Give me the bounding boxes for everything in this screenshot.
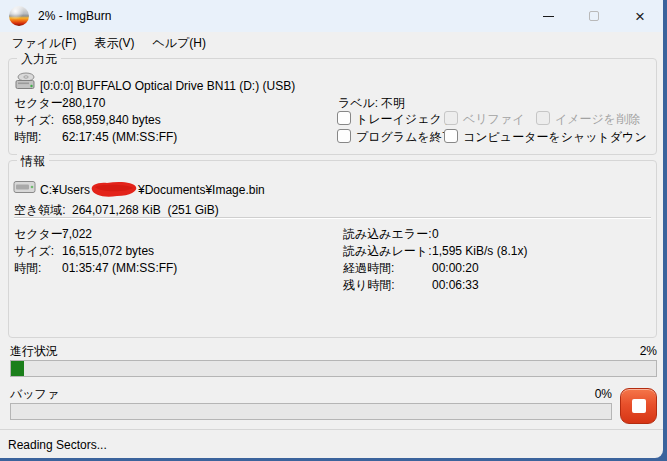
checkbox-shutdown-computer-label: コンピューターをシャットダウン xyxy=(463,130,647,144)
image-file-path: C:¥Users¥Documents¥Image.bin xyxy=(40,181,265,198)
progress-label: 進行状況 xyxy=(10,344,58,358)
info-time-label: 時間: xyxy=(14,261,41,275)
buffer-label: バッファ xyxy=(10,387,59,401)
elapsed-time-label: 経過時間: xyxy=(343,261,394,275)
source-sectors-value: 280,170 xyxy=(62,96,105,110)
path-suffix: ¥Documents¥Image.bin xyxy=(138,183,265,197)
checkbox-verify xyxy=(444,111,458,125)
elapsed-time-value: 00:00:20 xyxy=(432,261,479,275)
close-button[interactable]: × xyxy=(617,0,663,32)
status-text: Reading Sectors... xyxy=(8,438,107,452)
read-errors-value: 0 xyxy=(432,227,439,241)
imgburn-disc-flame-icon xyxy=(9,6,29,26)
checkbox-exit-program-label: プログラムを終了 xyxy=(356,130,454,144)
disc-label-value: 不明 xyxy=(381,96,405,110)
source-sectors-label: セクター: xyxy=(14,96,66,110)
stop-icon xyxy=(632,399,646,413)
buffer-percent: 0% xyxy=(595,387,612,401)
checkbox-shutdown-computer[interactable] xyxy=(444,129,458,143)
checkbox-delete-image xyxy=(536,111,550,125)
stop-button[interactable] xyxy=(620,388,657,424)
remaining-time-value: 00:06:33 xyxy=(432,278,479,292)
source-time-label: 時間: xyxy=(14,130,41,144)
source-size-label: サイズ: xyxy=(14,113,54,127)
window-title: 2% - ImgBurn xyxy=(38,9,111,23)
info-group-label: 情報 xyxy=(17,153,49,170)
progress-fill xyxy=(11,361,24,376)
checkbox-verify-label: ベリファイ xyxy=(463,112,524,126)
menu-view[interactable]: 表示(V) xyxy=(85,32,143,55)
menu-help[interactable]: ヘルプ(H) xyxy=(143,32,215,55)
path-prefix: C:¥Users xyxy=(40,183,90,197)
disc-label-label: ラベル: xyxy=(338,96,378,110)
read-errors-label: 読み込みエラー: xyxy=(343,227,431,241)
minimize-button[interactable] xyxy=(525,0,571,32)
source-group-label: 入力元 xyxy=(17,51,61,68)
image-file-drive-icon xyxy=(13,180,37,194)
optical-drive-icon xyxy=(13,72,37,91)
info-separator xyxy=(14,217,651,219)
close-icon: × xyxy=(635,8,645,25)
window-controls: × xyxy=(525,0,663,32)
remaining-time-label: 残り時間: xyxy=(343,278,395,292)
read-rate-label: 読み込みレート: xyxy=(343,244,431,258)
checkbox-exit-program[interactable] xyxy=(337,129,351,143)
statusbar: Reading Sectors... xyxy=(0,429,663,458)
info-size-label: サイズ: xyxy=(14,244,54,258)
free-space-value: 264,071,268 KiB (251 GiB) xyxy=(72,203,219,217)
source-time-value: 62:17:45 (MM:SS:FF) xyxy=(62,130,177,144)
source-device: [0:0:0] BUFFALO Optical Drive BN11 (D:) … xyxy=(40,79,295,93)
titlebar: 2% - ImgBurn × xyxy=(0,0,663,32)
maximize-button[interactable] xyxy=(571,0,617,32)
maximize-icon xyxy=(589,11,599,21)
source-size-value: 658,959,840 bytes xyxy=(62,113,161,127)
checkbox-tray-eject-label: トレーイジェクト xyxy=(356,112,454,126)
info-sectors-value: 7,022 xyxy=(62,227,92,241)
progress-percent: 2% xyxy=(640,344,657,358)
progress-bar xyxy=(10,360,657,377)
info-time-value: 01:35:47 (MM:SS:FF) xyxy=(62,261,177,275)
minimize-icon xyxy=(543,16,554,17)
imgburn-window: 2% - ImgBurn × ファイル(F) 表示(V) ヘルプ(H) 入力元 … xyxy=(0,0,663,458)
read-rate-value: 1,595 KiB/s (8.1x) xyxy=(432,244,527,258)
buffer-bar xyxy=(10,403,612,420)
checkbox-tray-eject[interactable] xyxy=(337,111,351,125)
info-size-value: 16,515,072 bytes xyxy=(62,244,154,258)
free-space-label: 空き領域: xyxy=(14,203,66,217)
info-sectors-label: セクター: xyxy=(14,227,66,241)
redaction-scribble xyxy=(89,181,139,198)
checkbox-delete-image-label: イメージを削除 xyxy=(555,112,640,126)
